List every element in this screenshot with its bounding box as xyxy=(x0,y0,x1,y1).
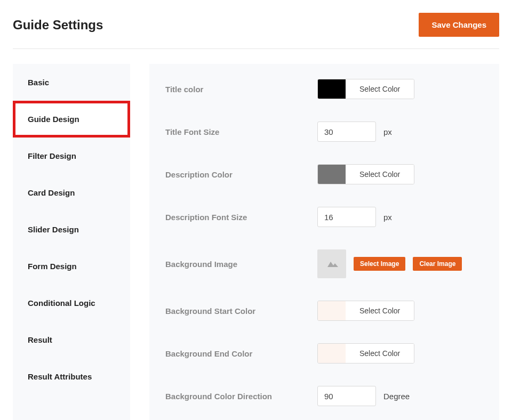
sidebar-item-card-design[interactable]: Card Design xyxy=(13,174,130,211)
select-color-button[interactable]: Select Color xyxy=(346,344,414,363)
sidebar-item-label: Result xyxy=(28,335,52,344)
color-swatch xyxy=(318,79,346,99)
sidebar-item-slider-design[interactable]: Slider Design xyxy=(13,211,130,248)
sidebar-item-result-attributes[interactable]: Result Attributes xyxy=(13,358,130,395)
sidebar-item-conditional-logic[interactable]: Conditional Logic xyxy=(13,285,130,321)
bg-direction-input[interactable] xyxy=(317,386,376,406)
field-title-font-size: Title Font Size px xyxy=(165,122,483,142)
unit-label: px xyxy=(383,213,392,222)
sidebar-item-label: Guide Design xyxy=(28,115,79,124)
field-label: Title Font Size xyxy=(165,127,317,136)
field-background-image: Background Image Select Image Clear Imag… xyxy=(165,249,483,278)
page-header: Guide Settings Save Changes xyxy=(13,13,499,49)
field-bg-end-color: Background End Color Select Color xyxy=(165,343,483,364)
sidebar-item-form-design[interactable]: Form Design xyxy=(13,248,130,285)
image-icon xyxy=(325,259,338,269)
sidebar-item-label: Card Design xyxy=(28,188,75,197)
description-font-size-input[interactable] xyxy=(317,207,376,227)
unit-label: px xyxy=(383,127,392,136)
image-placeholder xyxy=(317,249,346,278)
color-picker-bg-end[interactable]: Select Color xyxy=(317,343,414,364)
field-description-color: Description Color Select Color xyxy=(165,164,483,184)
field-title-color: Title color Select Color xyxy=(165,79,483,99)
sidebar-item-filter-design[interactable]: Filter Design xyxy=(13,138,130,174)
field-label: Background Image xyxy=(165,260,317,269)
field-label: Background Start Color xyxy=(165,306,317,316)
select-color-button[interactable]: Select Color xyxy=(346,79,414,99)
field-description-font-size: Description Font Size px xyxy=(165,207,483,227)
clear-image-button[interactable]: Clear Image xyxy=(413,257,462,271)
color-swatch xyxy=(318,301,346,320)
sidebar: Basic Guide Design Filter Design Card De… xyxy=(13,64,130,420)
select-color-button[interactable]: Select Color xyxy=(346,165,414,184)
sidebar-item-label: Form Design xyxy=(28,262,77,271)
title-font-size-input[interactable] xyxy=(317,122,376,142)
settings-panel: Title color Select Color Title Font Size… xyxy=(149,64,499,420)
field-label: Title color xyxy=(165,85,317,94)
sidebar-item-label: Slider Design xyxy=(28,225,79,234)
save-changes-button[interactable]: Save Changes xyxy=(419,13,499,37)
field-label: Background Color Direction xyxy=(165,392,317,401)
field-label: Background End Color xyxy=(165,349,317,358)
page-title: Guide Settings xyxy=(13,18,103,33)
unit-label: Degree xyxy=(383,392,410,401)
sidebar-item-label: Result Attributes xyxy=(28,372,92,381)
field-bg-direction: Background Color Direction Degree xyxy=(165,386,483,406)
sidebar-item-label: Basic xyxy=(28,78,49,87)
field-label: Description Font Size xyxy=(165,213,317,222)
color-swatch xyxy=(318,165,346,184)
sidebar-item-label: Conditional Logic xyxy=(28,298,95,308)
select-color-button[interactable]: Select Color xyxy=(346,301,414,320)
color-picker-bg-start[interactable]: Select Color xyxy=(317,301,414,321)
field-bg-start-color: Background Start Color Select Color xyxy=(165,301,483,321)
color-picker-description[interactable]: Select Color xyxy=(317,164,414,184)
color-swatch xyxy=(318,344,346,363)
sidebar-item-result[interactable]: Result xyxy=(13,321,130,358)
color-picker-title[interactable]: Select Color xyxy=(317,79,414,99)
sidebar-item-label: Filter Design xyxy=(28,151,76,160)
sidebar-item-guide-design[interactable]: Guide Design xyxy=(13,101,130,138)
select-image-button[interactable]: Select Image xyxy=(354,257,405,271)
sidebar-item-basic[interactable]: Basic xyxy=(13,64,130,101)
field-label: Description Color xyxy=(165,170,317,179)
